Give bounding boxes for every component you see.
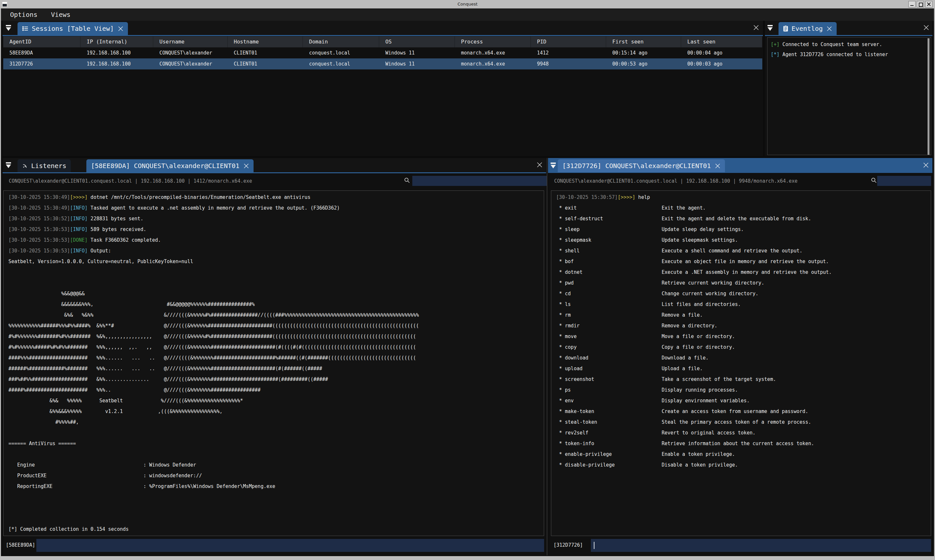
menu-views[interactable]: Views (51, 8, 71, 21)
session-cell: CONQUEST\alexander (153, 48, 228, 58)
column-header[interactable]: First seen (606, 36, 681, 48)
help-command-desc: Disable a token privilege. (662, 462, 738, 468)
session-row[interactable]: 312D7726192.168.168.100CONQUEST\alexande… (3, 58, 762, 69)
column-header[interactable]: IP (Internal) (80, 36, 153, 48)
panel-dropdown-icon[interactable] (550, 162, 556, 169)
help-command-name: * ls (559, 299, 662, 310)
minimize-button[interactable] (908, 1, 915, 8)
tab-sessions[interactable]: Sessions [Table View] (17, 22, 128, 35)
help-command-desc: Create an access token from username and… (662, 408, 809, 414)
session-cell: CLIENT01 (228, 58, 303, 69)
sessions-tabbar-underline (3, 35, 763, 36)
column-header[interactable]: Username (153, 36, 228, 48)
panel-dropdown-icon[interactable] (5, 25, 12, 31)
help-command-row: * exitExit the agent. (556, 203, 927, 214)
log-message: 228831 bytes sent. (88, 216, 143, 222)
eventlog-line-prefix: [*] (771, 52, 779, 57)
column-header[interactable]: PID (531, 36, 606, 48)
help-command-desc: Copy a file or directory. (662, 344, 735, 350)
column-header[interactable]: OS (379, 36, 455, 48)
right-prompt-label: [312D7726] (553, 538, 583, 552)
tab-close-icon[interactable] (118, 26, 123, 31)
menu-bar: Options Views (1, 8, 934, 21)
sessions-panel: Sessions [Table View] AgentIDIP (Interna… (3, 21, 763, 156)
column-header[interactable]: AgentID (3, 36, 80, 48)
terminal-log-line: [30-10-2025 15:30:53][INFO] 589 bytes re… (8, 224, 540, 235)
help-command-desc: Steal the primary access token of a remo… (662, 419, 811, 425)
right-console-panel: [312D7726] CONQUEST\alexander@CLIENT01 C… (548, 158, 932, 555)
maximize-button[interactable] (917, 1, 924, 8)
panel-dropdown-icon[interactable] (5, 162, 12, 168)
close-button[interactable] (925, 1, 932, 8)
help-command-name: * move (559, 331, 662, 342)
help-command-desc: Update sleepmask settings. (662, 237, 738, 243)
help-command-list: * exitExit the agent.* self-destructExit… (556, 203, 927, 471)
app-icon (2, 2, 7, 7)
help-command-row: * pwdRetrieve current working directory. (556, 278, 927, 288)
help-command-row: * moveMove a file or directory. (556, 331, 927, 342)
tab-close-icon[interactable] (827, 26, 832, 31)
help-command-desc: Remove a file. (662, 312, 702, 318)
tab-close-icon[interactable] (243, 163, 249, 169)
tab-agent-58EE89DA[interactable]: [58EE89DA] CONQUEST\alexander@CLIENT01 (86, 159, 254, 172)
right-command-input[interactable] (591, 539, 931, 552)
tab-listeners[interactable]: Listeners (17, 159, 71, 172)
right-console-close-icon[interactable] (923, 162, 929, 168)
help-command-row: * bofExecute an object file in memory an… (556, 256, 927, 267)
session-cell: Windows 11 (379, 58, 455, 69)
log-timestamp: [30-10-2025 15:30:53] (8, 248, 70, 254)
right-terminal-log: [30-10-2025 15:30:57][>>>>] help (556, 192, 927, 203)
left-console-tabbar-underline (3, 172, 546, 173)
session-cell: 9948 (531, 58, 606, 69)
help-command-desc: Remove a directory. (662, 323, 718, 329)
menu-options[interactable]: Options (10, 8, 37, 21)
left-session-status: CONQUEST\alexander@CLIENT01.conquest.loc… (9, 178, 252, 184)
eventlog-panel-close-icon[interactable] (923, 25, 929, 31)
panel-dropdown-icon[interactable] (767, 25, 773, 31)
help-command-name: * steal-token (559, 417, 662, 428)
help-command-row: * screenshotTake a screenshot of the tar… (556, 374, 927, 385)
splitter-handle[interactable] (547, 158, 547, 555)
column-header[interactable]: Domain (303, 36, 379, 48)
left-terminal-output[interactable]: [30-10-2025 15:30:49][>>>>] dotnet /mnt/… (3, 191, 544, 536)
title-bar[interactable]: Conquest (0, 0, 935, 8)
window-title: Conquest (0, 0, 935, 8)
eventlog-scrollbar[interactable] (927, 38, 929, 155)
session-cell: conquest.local (303, 48, 379, 58)
log-message: dotnet /mnt/c/Tools/precompiled-binaries… (88, 194, 310, 200)
help-command-row: * steal-tokenSteal the primary access to… (556, 417, 927, 428)
column-header[interactable]: Process (455, 36, 531, 48)
tab-close-icon[interactable] (715, 163, 720, 169)
window-frame-left (0, 8, 1, 557)
tab-listeners-label: Listeners (31, 162, 66, 170)
right-terminal-output[interactable]: [30-10-2025 15:30:57][>>>>] help * exitE… (551, 191, 931, 536)
left-console-close-icon[interactable] (537, 162, 542, 168)
session-row[interactable]: 58EE89DA192.168.168.100CONQUEST\alexande… (3, 48, 762, 58)
left-command-input[interactable] (36, 539, 544, 552)
search-input[interactable] (412, 176, 547, 186)
log-message: Task F366D362 completed. (88, 237, 161, 243)
sessions-panel-close-icon[interactable] (753, 25, 759, 31)
help-command-name: * dotnet (559, 267, 662, 278)
column-header[interactable]: Hostname (228, 36, 303, 48)
help-command-desc: Update sleep delay settings. (662, 226, 744, 232)
log-message: 589 bytes received. (88, 226, 146, 232)
log-tag: [DONE] (70, 237, 88, 243)
help-command-name: * sleepmask (559, 235, 662, 246)
terminal-log-line: [30-10-2025 15:30:57][>>>>] help (556, 192, 927, 203)
help-command-name: * shell (559, 246, 662, 256)
column-header[interactable]: Last seen (681, 36, 762, 48)
log-timestamp: [30-10-2025 15:30:49] (8, 194, 70, 200)
help-command-desc: Revert to original access token. (662, 430, 755, 436)
window-frame-bottom (0, 556, 935, 560)
left-console-panel: Listeners [58EE89DA] CONQUEST\alexander@… (3, 158, 546, 555)
terminal-log-line: [30-10-2025 15:30:52][INFO] 228831 bytes… (8, 214, 540, 224)
left-terminal-text: Seatbelt, Version=1.0.0.0, Culture=neutr… (8, 256, 540, 535)
help-command-name: * enable-privilege (559, 449, 662, 460)
search-input[interactable] (877, 176, 931, 186)
help-command-name: * self-destruct (559, 214, 662, 224)
tab-eventlog[interactable]: Eventlog (778, 22, 836, 35)
help-command-desc: Display environment variables. (662, 398, 750, 404)
tab-agent-312D7726[interactable]: [312D7726] CONQUEST\alexander@CLIENT01 (558, 159, 725, 172)
sessions-tabbar: Sessions [Table View] (3, 21, 763, 35)
